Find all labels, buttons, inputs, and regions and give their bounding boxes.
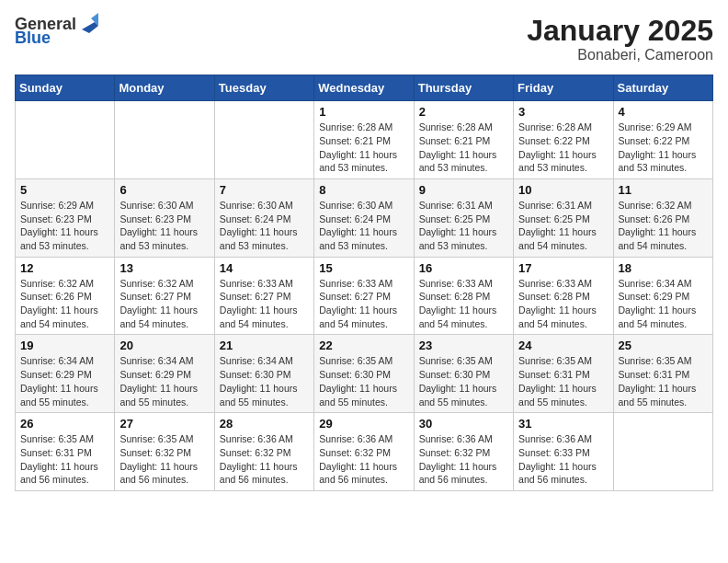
day-info: Sunrise: 6:28 AMSunset: 6:22 PMDaylight:… xyxy=(518,121,608,175)
day-number: 2 xyxy=(419,105,508,119)
day-number: 29 xyxy=(319,417,408,431)
day-info: Sunrise: 6:35 AMSunset: 6:30 PMDaylight:… xyxy=(419,354,508,408)
weekday-header-wednesday: Wednesday xyxy=(314,75,414,101)
calendar-cell: 3Sunrise: 6:28 AMSunset: 6:22 PMDaylight… xyxy=(514,101,613,179)
day-number: 28 xyxy=(220,417,309,431)
calendar-cell: 12Sunrise: 6:32 AMSunset: 6:26 PMDayligh… xyxy=(16,257,115,335)
day-number: 17 xyxy=(518,261,608,275)
logo-icon xyxy=(78,13,98,33)
weekday-header-thursday: Thursday xyxy=(414,75,513,101)
day-info: Sunrise: 6:34 AMSunset: 6:30 PMDaylight:… xyxy=(220,354,309,408)
logo: General Blue xyxy=(15,15,98,46)
day-number: 11 xyxy=(619,183,708,197)
calendar-cell: 27Sunrise: 6:35 AMSunset: 6:32 PMDayligh… xyxy=(115,413,214,491)
day-info: Sunrise: 6:30 AMSunset: 6:24 PMDaylight:… xyxy=(220,199,309,253)
calendar-cell: 11Sunrise: 6:32 AMSunset: 6:26 PMDayligh… xyxy=(613,178,712,257)
calendar-cell xyxy=(613,413,712,491)
day-info: Sunrise: 6:31 AMSunset: 6:25 PMDaylight:… xyxy=(419,199,508,253)
page-subtitle: Bonaberi, Cameroon xyxy=(527,47,713,63)
calendar-week-row: 19Sunrise: 6:34 AMSunset: 6:29 PMDayligh… xyxy=(16,335,713,413)
title-block: January 2025 Bonaberi, Cameroon xyxy=(527,15,713,63)
day-info: Sunrise: 6:30 AMSunset: 6:23 PMDaylight:… xyxy=(119,199,209,253)
calendar-table: SundayMondayTuesdayWednesdayThursdayFrid… xyxy=(15,75,713,491)
day-number: 7 xyxy=(220,183,309,197)
day-number: 19 xyxy=(20,339,109,352)
calendar-week-row: 12Sunrise: 6:32 AMSunset: 6:26 PMDayligh… xyxy=(16,257,713,335)
calendar-cell: 25Sunrise: 6:35 AMSunset: 6:31 PMDayligh… xyxy=(613,335,712,413)
calendar-header: SundayMondayTuesdayWednesdayThursdayFrid… xyxy=(16,75,713,101)
day-number: 22 xyxy=(319,339,408,352)
day-number: 6 xyxy=(119,183,209,197)
calendar-cell: 22Sunrise: 6:35 AMSunset: 6:30 PMDayligh… xyxy=(314,335,414,413)
weekday-header-monday: Monday xyxy=(115,75,214,101)
calendar-cell: 31Sunrise: 6:36 AMSunset: 6:33 PMDayligh… xyxy=(514,413,613,491)
day-number: 23 xyxy=(419,339,508,352)
day-number: 31 xyxy=(518,417,608,431)
day-number: 21 xyxy=(220,339,309,352)
day-number: 20 xyxy=(119,339,209,352)
svg-marker-0 xyxy=(82,22,98,33)
calendar-cell: 15Sunrise: 6:33 AMSunset: 6:27 PMDayligh… xyxy=(314,257,414,335)
day-number: 8 xyxy=(319,183,408,197)
calendar-cell: 28Sunrise: 6:36 AMSunset: 6:32 PMDayligh… xyxy=(214,413,313,491)
day-info: Sunrise: 6:33 AMSunset: 6:28 PMDaylight:… xyxy=(419,277,508,331)
calendar-cell: 8Sunrise: 6:30 AMSunset: 6:24 PMDaylight… xyxy=(314,178,414,257)
calendar-cell: 14Sunrise: 6:33 AMSunset: 6:27 PMDayligh… xyxy=(214,257,313,335)
day-info: Sunrise: 6:28 AMSunset: 6:21 PMDaylight:… xyxy=(319,121,408,175)
calendar-cell: 5Sunrise: 6:29 AMSunset: 6:23 PMDaylight… xyxy=(16,178,115,257)
day-info: Sunrise: 6:33 AMSunset: 6:27 PMDaylight:… xyxy=(220,277,309,331)
day-info: Sunrise: 6:34 AMSunset: 6:29 PMDaylight:… xyxy=(20,354,109,408)
calendar-cell: 9Sunrise: 6:31 AMSunset: 6:25 PMDaylight… xyxy=(414,178,513,257)
day-info: Sunrise: 6:31 AMSunset: 6:25 PMDaylight:… xyxy=(518,199,608,253)
calendar-cell: 29Sunrise: 6:36 AMSunset: 6:32 PMDayligh… xyxy=(314,413,414,491)
calendar-cell: 1Sunrise: 6:28 AMSunset: 6:21 PMDaylight… xyxy=(314,101,414,179)
day-info: Sunrise: 6:29 AMSunset: 6:22 PMDaylight:… xyxy=(619,121,708,175)
day-number: 1 xyxy=(319,105,408,119)
weekday-header-sunday: Sunday xyxy=(16,75,115,101)
day-info: Sunrise: 6:33 AMSunset: 6:27 PMDaylight:… xyxy=(319,277,408,331)
calendar-week-row: 1Sunrise: 6:28 AMSunset: 6:21 PMDaylight… xyxy=(16,101,713,179)
day-number: 9 xyxy=(419,183,508,197)
weekday-header-friday: Friday xyxy=(514,75,613,101)
day-number: 16 xyxy=(419,261,508,275)
day-info: Sunrise: 6:35 AMSunset: 6:31 PMDaylight:… xyxy=(518,354,608,408)
calendar-cell: 21Sunrise: 6:34 AMSunset: 6:30 PMDayligh… xyxy=(214,335,313,413)
day-info: Sunrise: 6:29 AMSunset: 6:23 PMDaylight:… xyxy=(20,199,109,253)
day-number: 14 xyxy=(220,261,309,275)
day-number: 13 xyxy=(119,261,209,275)
day-number: 10 xyxy=(518,183,608,197)
calendar-cell: 26Sunrise: 6:35 AMSunset: 6:31 PMDayligh… xyxy=(16,413,115,491)
day-number: 26 xyxy=(20,417,109,431)
day-info: Sunrise: 6:28 AMSunset: 6:21 PMDaylight:… xyxy=(419,121,508,175)
page-title: January 2025 xyxy=(527,15,713,47)
weekday-header-saturday: Saturday xyxy=(613,75,712,101)
day-info: Sunrise: 6:35 AMSunset: 6:30 PMDaylight:… xyxy=(319,354,408,408)
calendar-cell: 20Sunrise: 6:34 AMSunset: 6:29 PMDayligh… xyxy=(115,335,214,413)
day-number: 15 xyxy=(319,261,408,275)
calendar-week-row: 5Sunrise: 6:29 AMSunset: 6:23 PMDaylight… xyxy=(16,178,713,257)
day-info: Sunrise: 6:32 AMSunset: 6:26 PMDaylight:… xyxy=(20,277,109,331)
day-info: Sunrise: 6:35 AMSunset: 6:31 PMDaylight:… xyxy=(619,354,708,408)
calendar-week-row: 26Sunrise: 6:35 AMSunset: 6:31 PMDayligh… xyxy=(16,413,713,491)
calendar-cell xyxy=(16,101,115,179)
day-number: 24 xyxy=(518,339,608,352)
day-number: 3 xyxy=(518,105,608,119)
day-info: Sunrise: 6:32 AMSunset: 6:27 PMDaylight:… xyxy=(119,277,209,331)
calendar-cell: 19Sunrise: 6:34 AMSunset: 6:29 PMDayligh… xyxy=(16,335,115,413)
day-number: 18 xyxy=(619,261,708,275)
day-number: 4 xyxy=(619,105,708,119)
calendar-cell: 16Sunrise: 6:33 AMSunset: 6:28 PMDayligh… xyxy=(414,257,513,335)
day-info: Sunrise: 6:36 AMSunset: 6:32 PMDaylight:… xyxy=(319,432,408,487)
calendar-cell: 6Sunrise: 6:30 AMSunset: 6:23 PMDaylight… xyxy=(115,178,214,257)
calendar-cell: 17Sunrise: 6:33 AMSunset: 6:28 PMDayligh… xyxy=(514,257,613,335)
page-header: General Blue January 2025 Bonaberi, Came… xyxy=(15,15,713,63)
day-number: 25 xyxy=(619,339,708,352)
calendar-cell: 7Sunrise: 6:30 AMSunset: 6:24 PMDaylight… xyxy=(214,178,313,257)
calendar-cell: 13Sunrise: 6:32 AMSunset: 6:27 PMDayligh… xyxy=(115,257,214,335)
weekday-header-row: SundayMondayTuesdayWednesdayThursdayFrid… xyxy=(16,75,713,101)
day-info: Sunrise: 6:36 AMSunset: 6:32 PMDaylight:… xyxy=(220,432,309,487)
day-info: Sunrise: 6:36 AMSunset: 6:33 PMDaylight:… xyxy=(518,432,608,487)
day-number: 5 xyxy=(20,183,109,197)
calendar-cell xyxy=(214,101,313,179)
day-info: Sunrise: 6:33 AMSunset: 6:28 PMDaylight:… xyxy=(518,277,608,331)
